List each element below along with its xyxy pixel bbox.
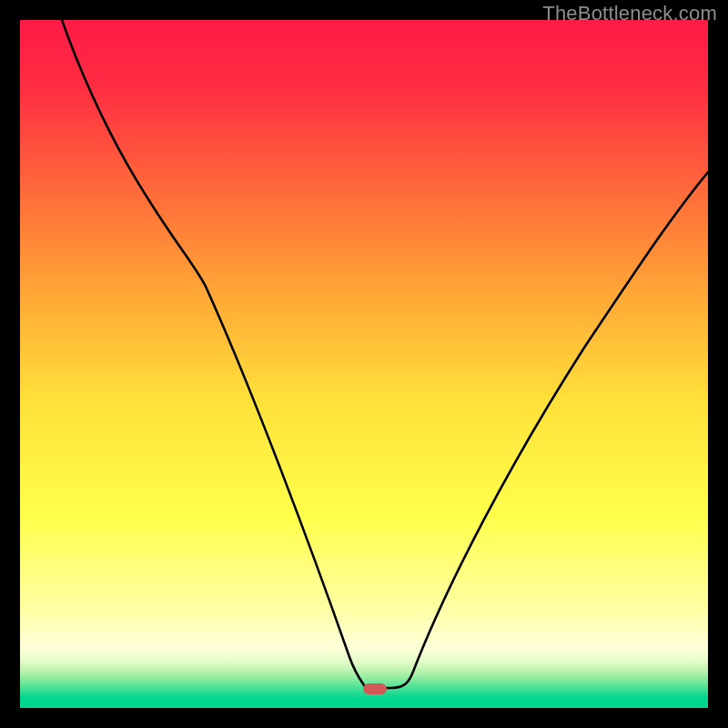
chart-frame: TheBottleneck.com xyxy=(0,0,728,728)
plot-area xyxy=(20,20,708,708)
optimal-marker xyxy=(363,683,387,694)
bottleneck-curve xyxy=(20,20,708,708)
